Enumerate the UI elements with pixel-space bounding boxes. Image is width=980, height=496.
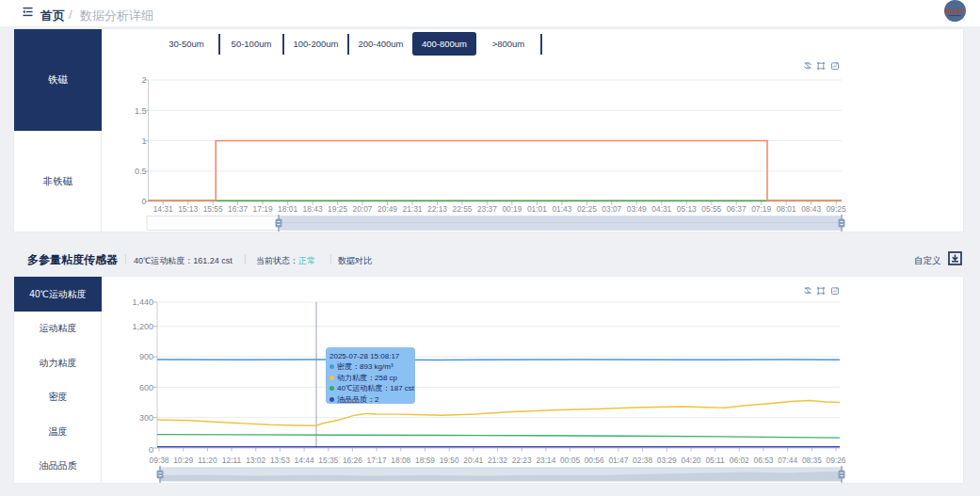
svg-text:20:41: 20:41 [463,456,483,465]
svg-text:06:53: 06:53 [754,456,774,465]
svg-text:20:49: 20:49 [378,204,397,214]
svg-text:01:47: 01:47 [608,456,628,465]
svg-text:10:29: 10:29 [173,456,193,465]
svg-text:14:31: 14:31 [153,204,173,214]
svg-text:600: 600 [139,383,153,392]
svg-text:22:55: 22:55 [453,204,473,214]
svg-text:0: 0 [141,197,146,206]
svg-text:02:25: 02:25 [577,204,597,214]
svg-text:06:02: 06:02 [730,456,749,465]
svg-text:1: 1 [141,136,146,146]
svg-text:02:38: 02:38 [633,456,652,465]
svg-text:1,440: 1,440 [132,297,153,307]
svg-text:16:37: 16:37 [228,204,248,214]
svg-text:17:17: 17:17 [367,456,387,465]
svg-text:05:13: 05:13 [677,204,697,214]
svg-text:14:44: 14:44 [295,456,314,465]
svg-text:1.5: 1.5 [135,106,147,116]
svg-text:08:01: 08:01 [777,204,796,214]
svg-text:06:37: 06:37 [727,204,747,214]
svg-text:21:32: 21:32 [488,456,507,465]
svg-text:07:19: 07:19 [751,204,771,214]
svg-text:08:43: 08:43 [801,204,821,214]
svg-text:04:20: 04:20 [682,456,701,465]
svg-text:00:56: 00:56 [585,456,604,465]
svg-text:1,200: 1,200 [132,322,153,331]
svg-text:18:08: 18:08 [391,456,410,465]
svg-text:09:26: 09:26 [827,456,846,465]
svg-text:18:43: 18:43 [303,204,323,214]
svg-text:07:44: 07:44 [778,456,797,465]
svg-text:16:26: 16:26 [343,456,362,465]
svg-text:18:01: 18:01 [278,204,297,214]
svg-text:21:31: 21:31 [403,204,423,214]
svg-text:09:25: 09:25 [827,204,846,214]
svg-text:15:55: 15:55 [203,204,223,214]
svg-text:09:38: 09:38 [150,456,169,465]
svg-text:01:01: 01:01 [527,204,547,214]
svg-text:2: 2 [141,75,146,85]
svg-text:03:07: 03:07 [602,204,621,214]
svg-text:300: 300 [139,413,153,423]
svg-text:23:37: 23:37 [477,204,497,214]
svg-text:23:14: 23:14 [536,456,555,465]
svg-text:0: 0 [149,445,153,455]
svg-text:19:50: 19:50 [440,456,459,465]
svg-text:22:23: 22:23 [512,456,532,465]
svg-text:19:25: 19:25 [328,204,347,214]
svg-text:00:05: 00:05 [560,456,580,465]
svg-text:15:13: 15:13 [178,204,198,214]
svg-text:05:55: 05:55 [701,204,721,214]
svg-text:08:35: 08:35 [802,456,822,465]
svg-text:12:11: 12:11 [222,456,242,465]
svg-text:13:02: 13:02 [246,456,265,465]
svg-text:11:20: 11:20 [198,456,217,465]
svg-text:00:19: 00:19 [502,204,522,214]
svg-text:20:07: 20:07 [353,204,373,214]
svg-text:18:59: 18:59 [415,456,435,465]
svg-text:03:49: 03:49 [627,204,647,214]
svg-text:01:43: 01:43 [552,204,571,214]
svg-text:13:53: 13:53 [270,456,290,465]
svg-text:22:13: 22:13 [427,204,447,214]
svg-text:04:31: 04:31 [651,204,671,214]
svg-text:0.5: 0.5 [135,167,147,176]
svg-text:15:35: 15:35 [318,456,338,465]
svg-text:03:29: 03:29 [657,456,677,465]
svg-text:05:11: 05:11 [705,456,725,465]
svg-text:900: 900 [139,352,153,361]
svg-text:17:19: 17:19 [253,204,273,214]
